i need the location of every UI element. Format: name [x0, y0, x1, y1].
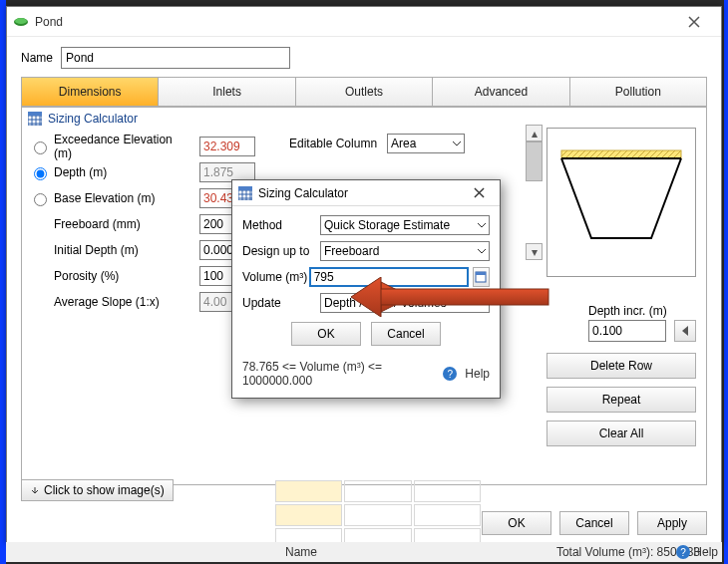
update-combo[interactable]: Depth / Area / Volumes: [320, 293, 490, 313]
pond-preview: [546, 128, 696, 277]
tab-pollution[interactable]: Pollution: [570, 78, 706, 106]
dialog-help-label[interactable]: Help: [465, 367, 490, 381]
scroll-down[interactable]: ▾: [526, 243, 543, 260]
show-images-label: Click to show image(s): [44, 483, 165, 497]
name-label: Name: [21, 51, 53, 65]
chevron-down-icon: [478, 247, 486, 255]
depth-incr-prev-button[interactable]: [674, 320, 696, 342]
dialog-title: Sizing Calculator: [258, 186, 348, 200]
ok-button[interactable]: OK: [482, 511, 551, 535]
volume-input[interactable]: [309, 267, 469, 287]
dialog-cancel-button[interactable]: Cancel: [371, 322, 441, 346]
label-freeboard: Freeboard (mm): [54, 217, 193, 231]
tab-dimensions[interactable]: Dimensions: [22, 78, 159, 106]
method-value: Quick Storage Estimate: [324, 218, 450, 232]
label-exceedance: Exceedance Elevation (m): [54, 133, 193, 160]
volume-calc-button[interactable]: [473, 267, 490, 287]
volume-label: Volume (m³): [242, 270, 309, 284]
show-images-button[interactable]: Click to show image(s): [21, 479, 174, 501]
status-help-label: Help: [693, 545, 718, 559]
input-exceedance[interactable]: [199, 137, 255, 156]
chevron-down-icon: [478, 299, 486, 307]
dialog-ok-label: OK: [317, 327, 334, 341]
grid-icon: [238, 186, 252, 200]
grid-icon: [28, 112, 42, 126]
svg-rect-5: [561, 150, 681, 158]
tab-bar: Dimensions Inlets Outlets Advanced Pollu…: [21, 77, 707, 107]
scroll-thumb[interactable]: [526, 141, 543, 181]
editable-column-value: Area: [391, 137, 416, 150]
editable-column-label: Editable Column: [289, 137, 377, 150]
svg-point-1: [15, 18, 27, 24]
update-label: Update: [242, 296, 320, 310]
method-label: Method: [242, 218, 320, 232]
status-name-label: Name: [285, 545, 317, 559]
cancel-label: Cancel: [575, 516, 612, 530]
ok-label: OK: [508, 516, 525, 530]
depth-incr-input[interactable]: [588, 320, 666, 342]
svg-rect-3: [28, 112, 42, 116]
close-icon: [688, 16, 700, 28]
app-icon: [13, 14, 29, 30]
label-porosity: Porosity (%): [54, 269, 193, 283]
label-base: Base Elevation (m): [54, 191, 193, 205]
update-value: Depth / Area / Volumes: [324, 296, 447, 310]
depth-area-table[interactable]: [273, 478, 483, 552]
dialog-ok-button[interactable]: OK: [291, 322, 361, 346]
expand-down-icon: [30, 485, 40, 495]
clear-all-label: Clear All: [599, 426, 644, 440]
form-area: Exceedance Elevation (m) Depth (m) Base …: [30, 134, 255, 315]
delete-row-label: Delete Row: [590, 359, 652, 373]
radio-exceedance[interactable]: [34, 141, 47, 154]
repeat-button[interactable]: Repeat: [546, 387, 696, 413]
apply-label: Apply: [657, 516, 687, 530]
delete-row-button[interactable]: Delete Row: [546, 353, 696, 379]
design-up-to-combo[interactable]: Freeboard: [320, 241, 490, 261]
dialog-close-button[interactable]: [464, 182, 494, 204]
design-up-to-label: Design up to: [242, 244, 320, 258]
depth-incr-label: Depth incr. (m): [588, 304, 696, 318]
triangle-left-icon: [680, 326, 690, 336]
label-initial-depth: Initial Depth (m): [54, 243, 193, 257]
tab-advanced[interactable]: Advanced: [433, 78, 569, 106]
status-bar: Name Total Volume (m³): 850.833 ? Help: [6, 542, 722, 562]
scroll-up[interactable]: ▴: [526, 125, 543, 141]
method-combo[interactable]: Quick Storage Estimate: [320, 215, 490, 235]
status-help[interactable]: ? Help: [676, 545, 718, 560]
apply-button[interactable]: Apply: [637, 511, 707, 535]
cancel-button[interactable]: Cancel: [559, 511, 629, 535]
help-icon[interactable]: ?: [443, 367, 457, 381]
svg-rect-8: [238, 186, 252, 190]
design-up-to-value: Freeboard: [324, 244, 379, 258]
close-icon: [474, 187, 485, 198]
calculator-icon: [475, 271, 487, 283]
label-avg-slope: Average Slope (1:x): [54, 295, 193, 309]
chevron-down-icon: [478, 221, 486, 229]
close-button[interactable]: [673, 8, 715, 36]
help-icon: ?: [676, 545, 690, 559]
titlebar: Pond: [7, 7, 721, 37]
panel-title: Sizing Calculator: [48, 112, 138, 126]
svg-rect-10: [476, 272, 486, 275]
repeat-label: Repeat: [602, 393, 641, 407]
editable-column-combo[interactable]: Area: [387, 134, 465, 153]
dialog-cancel-label: Cancel: [387, 327, 424, 341]
label-depth: Depth (m): [54, 165, 193, 179]
radio-depth[interactable]: [34, 167, 47, 180]
chevron-down-icon: [453, 140, 461, 147]
sizing-calculator-dialog: Sizing Calculator Method Quick Storage E…: [231, 179, 501, 399]
radio-base[interactable]: [34, 193, 47, 206]
volume-range-text: 78.765 <= Volume (m³) <= 1000000.000: [242, 360, 435, 388]
tab-inlets[interactable]: Inlets: [159, 78, 295, 106]
window-title: Pond: [35, 15, 673, 29]
clear-all-button[interactable]: Clear All: [546, 421, 696, 446]
tab-outlets[interactable]: Outlets: [296, 78, 433, 106]
name-input[interactable]: [61, 47, 290, 69]
